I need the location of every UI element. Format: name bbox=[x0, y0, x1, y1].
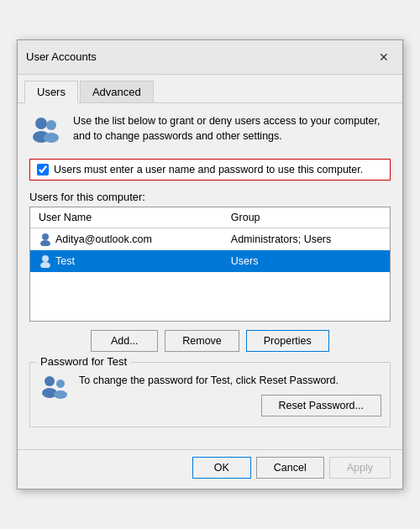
users-icon bbox=[29, 113, 65, 149]
properties-button[interactable]: Properties bbox=[246, 330, 329, 352]
table-header: User Name Group bbox=[30, 207, 390, 228]
svg-point-11 bbox=[54, 390, 67, 399]
action-buttons: Add... Remove Properties bbox=[29, 330, 391, 352]
svg-point-10 bbox=[56, 380, 65, 388]
add-button[interactable]: Add... bbox=[91, 330, 158, 352]
table-body: Aditya@outlook.com Administrators; Users… bbox=[30, 228, 390, 321]
cell-username-2: Test bbox=[35, 253, 228, 270]
remove-button[interactable]: Remove bbox=[165, 330, 239, 352]
main-content: Use the list below to grant or deny user… bbox=[18, 103, 402, 450]
reset-password-row: Reset Password... bbox=[79, 395, 381, 416]
cell-group-1: Administrators; Users bbox=[228, 232, 385, 247]
window-title: User Accounts bbox=[26, 50, 97, 63]
svg-point-4 bbox=[42, 233, 49, 240]
user-row-icon-2 bbox=[39, 254, 52, 268]
info-box: Use the list below to grant or deny user… bbox=[29, 113, 391, 149]
bottom-bar: OK Cancel Apply bbox=[18, 449, 402, 489]
password-group-box: Password for Test To change the password… bbox=[29, 362, 391, 428]
cell-username-1: Aditya@outlook.com bbox=[35, 231, 228, 248]
cell-group-2: Users bbox=[228, 254, 385, 269]
close-button[interactable]: ✕ bbox=[374, 47, 394, 67]
tab-users[interactable]: Users bbox=[24, 81, 78, 103]
info-text: Use the list below to grant or deny user… bbox=[73, 113, 391, 145]
ok-button[interactable]: OK bbox=[192, 457, 251, 479]
must-enter-checkbox[interactable] bbox=[37, 164, 49, 175]
user-table: User Name Group Aditya@outlook.com Admin… bbox=[29, 207, 391, 322]
col-group: Group bbox=[228, 210, 385, 225]
table-row[interactable]: Test Users bbox=[30, 250, 390, 272]
apply-button[interactable]: Apply bbox=[329, 457, 391, 479]
reset-password-button[interactable]: Reset Password... bbox=[261, 395, 381, 416]
checkbox-row: Users must enter a user name and passwor… bbox=[29, 159, 391, 181]
svg-point-5 bbox=[40, 240, 50, 246]
users-section-label: Users for this computer: bbox=[29, 191, 391, 203]
user-row-icon-1 bbox=[39, 233, 52, 246]
svg-point-7 bbox=[40, 262, 50, 268]
table-row[interactable]: Aditya@outlook.com Administrators; Users bbox=[30, 228, 390, 250]
col-username: User Name bbox=[35, 210, 228, 225]
tab-bar: Users Advanced bbox=[18, 75, 402, 103]
user-accounts-window: User Accounts ✕ Users Advanced Use the l… bbox=[17, 39, 403, 490]
checkbox-label[interactable]: Users must enter a user name and passwor… bbox=[54, 164, 363, 175]
svg-point-8 bbox=[45, 376, 55, 386]
svg-point-2 bbox=[46, 120, 56, 130]
svg-point-0 bbox=[35, 118, 47, 129]
svg-point-3 bbox=[44, 133, 59, 143]
password-user-icon bbox=[39, 373, 71, 405]
svg-point-6 bbox=[42, 255, 49, 262]
cancel-button[interactable]: Cancel bbox=[256, 457, 324, 479]
group-box-title: Password for Test bbox=[37, 355, 130, 368]
password-info-text: To change the password for Test, click R… bbox=[79, 373, 381, 389]
title-bar: User Accounts ✕ bbox=[18, 40, 402, 75]
tab-advanced[interactable]: Advanced bbox=[80, 81, 154, 103]
group-box-content: To change the password for Test, click R… bbox=[39, 373, 381, 417]
